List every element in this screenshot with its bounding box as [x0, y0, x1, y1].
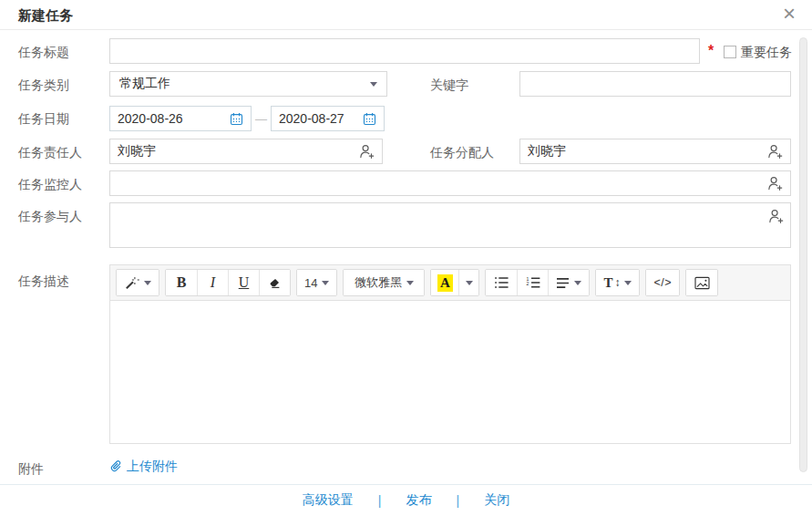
- task-title-label: 任务标题: [18, 45, 69, 61]
- calendar-icon[interactable]: [230, 112, 243, 126]
- bold-button[interactable]: B: [166, 270, 197, 295]
- footer-separator: |: [378, 493, 382, 508]
- task-monitor-label: 任务监控人: [18, 177, 82, 193]
- font-size-value: 14: [304, 276, 317, 290]
- magic-wand-icon: [124, 275, 139, 291]
- bullet-list-icon: [494, 276, 509, 289]
- task-category-label: 任务类别: [18, 77, 69, 94]
- upload-attachment-link[interactable]: 上传附件: [109, 459, 178, 475]
- start-date-input[interactable]: [118, 111, 226, 126]
- task-title-input[interactable]: [118, 44, 692, 58]
- align-icon: [556, 277, 570, 289]
- start-date-field: [109, 106, 252, 131]
- magic-wand-button[interactable]: [117, 270, 159, 295]
- footer-separator: |: [457, 493, 460, 508]
- task-owner-label: 任务责任人: [18, 145, 82, 161]
- calendar-icon[interactable]: [363, 112, 376, 126]
- font-family-select[interactable]: 微软雅黑: [344, 270, 424, 295]
- dialog-footer: 高级设置 | 发布 | 关闭: [0, 484, 812, 516]
- date-range-separator: —: [255, 112, 267, 126]
- add-user-icon[interactable]: [767, 208, 784, 224]
- caret-down-icon: [144, 281, 151, 285]
- dialog-title: 新建任务: [18, 7, 73, 25]
- task-monitor-field: [109, 170, 791, 196]
- line-height-icon: T: [603, 275, 612, 291]
- line-height-button[interactable]: T ↕: [596, 270, 639, 295]
- font-family-value: 微软雅黑: [355, 274, 402, 291]
- task-assigner-input[interactable]: [528, 144, 763, 159]
- caret-down-icon: [574, 281, 581, 285]
- end-date-field: [271, 106, 385, 131]
- attachment-label: 附件: [18, 461, 44, 478]
- paperclip-icon: [109, 459, 123, 474]
- task-category-value: 常规工作: [119, 76, 170, 92]
- keyword-label: 关键字: [430, 77, 468, 94]
- bullet-list-button[interactable]: [486, 270, 517, 295]
- upload-attachment-label: 上传附件: [127, 459, 178, 475]
- task-owner-input[interactable]: [118, 144, 355, 159]
- code-button[interactable]: </>: [646, 270, 679, 295]
- advanced-settings-button[interactable]: 高级设置: [303, 492, 354, 509]
- add-user-icon[interactable]: [766, 175, 783, 191]
- task-monitor-input[interactable]: [118, 176, 763, 191]
- task-participants-label: 任务参与人: [18, 209, 82, 225]
- underline-button[interactable]: U: [228, 270, 259, 295]
- editor-toolbar: B I U 14: [109, 264, 791, 301]
- caret-down-icon: [370, 82, 377, 87]
- add-user-icon[interactable]: [358, 143, 375, 160]
- up-down-arrow-icon: ↕: [614, 276, 620, 289]
- important-task-label[interactable]: 重要任务: [741, 45, 792, 61]
- dialog-scrollbar[interactable]: [799, 37, 807, 472]
- task-category-select[interactable]: 常规工作: [109, 71, 387, 97]
- keyword-field: [519, 71, 791, 97]
- align-button[interactable]: [548, 270, 589, 295]
- task-date-label: 任务日期: [18, 111, 69, 128]
- end-date-input[interactable]: [279, 111, 359, 126]
- caret-down-icon: [466, 281, 473, 285]
- font-color-button[interactable]: A: [431, 270, 458, 295]
- keyword-input[interactable]: [528, 77, 783, 91]
- task-assigner-field: [519, 139, 791, 164]
- font-color-dropdown[interactable]: [458, 270, 478, 295]
- task-description-label: 任务描述: [18, 273, 69, 290]
- publish-button[interactable]: 发布: [406, 492, 432, 509]
- required-asterisk: *: [708, 43, 714, 59]
- task-owner-field: [109, 139, 383, 164]
- caret-down-icon: [322, 281, 329, 285]
- dialog-header: 新建任务 ×: [0, 0, 812, 30]
- caret-down-icon: [624, 281, 632, 285]
- eraser-button[interactable]: [259, 270, 290, 295]
- numbered-list-button[interactable]: 1 2: [517, 270, 548, 295]
- add-user-icon[interactable]: [766, 143, 783, 160]
- new-task-dialog: 新建任务 × 任务标题 * 重要任务 任务类别 常规工作 关键字 任务日期 —: [0, 0, 812, 516]
- image-icon: [694, 276, 710, 290]
- task-title-field: [109, 38, 700, 64]
- font-color-icon: A: [437, 274, 453, 292]
- caret-down-icon: [406, 281, 414, 285]
- italic-button[interactable]: I: [197, 270, 228, 295]
- close-button[interactable]: 关闭: [484, 492, 509, 509]
- eraser-icon: [268, 276, 282, 290]
- task-participants-field[interactable]: [109, 202, 791, 248]
- description-editor: B I U 14: [109, 264, 791, 444]
- close-icon[interactable]: ×: [777, 0, 801, 27]
- font-size-select[interactable]: 14: [297, 270, 336, 295]
- numbered-list-icon: 1 2: [526, 276, 540, 289]
- svg-text:2: 2: [527, 281, 529, 286]
- important-task-checkbox[interactable]: [724, 46, 736, 58]
- task-assigner-label: 任务分配人: [430, 145, 494, 161]
- insert-image-button[interactable]: [686, 270, 717, 295]
- description-editor-content[interactable]: [109, 301, 791, 444]
